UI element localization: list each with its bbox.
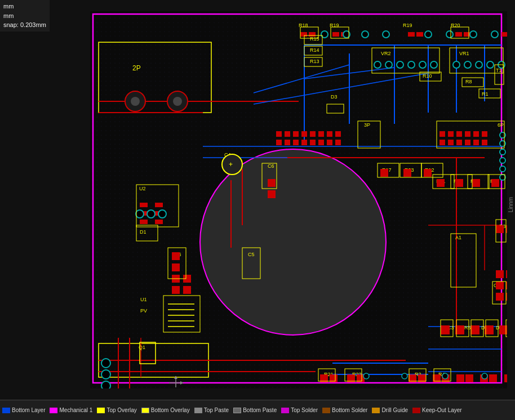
svg-rect-101 bbox=[496, 270, 504, 278]
svg-text:A1: A1 bbox=[455, 235, 461, 240]
legend-mechanical1[interactable]: Mechanical 1 bbox=[50, 407, 92, 413]
top-overlay-color bbox=[97, 408, 105, 413]
svg-rect-153 bbox=[327, 140, 332, 145]
legend-top-solder[interactable]: Top Solder bbox=[281, 407, 318, 413]
svg-text:R10: R10 bbox=[423, 73, 432, 79]
svg-rect-152 bbox=[318, 140, 324, 145]
bottom-overlay-color bbox=[141, 408, 149, 413]
svg-rect-166 bbox=[482, 140, 487, 145]
svg-text:C6: C6 bbox=[268, 163, 274, 169]
svg-point-173 bbox=[470, 31, 477, 38]
svg-rect-155 bbox=[439, 131, 445, 137]
mechanical1-label: Mechanical 1 bbox=[59, 407, 92, 413]
svg-rect-98 bbox=[491, 179, 499, 187]
drill-guide-label: Drill Guide bbox=[381, 407, 408, 413]
svg-text:R1: R1 bbox=[482, 91, 489, 97]
svg-rect-107 bbox=[441, 325, 450, 334]
snap-info: snap: 0.203mm bbox=[3, 20, 46, 30]
svg-point-178 bbox=[408, 61, 415, 68]
svg-rect-109 bbox=[470, 325, 480, 334]
svg-text:C5: C5 bbox=[248, 252, 255, 257]
svg-rect-140 bbox=[285, 131, 290, 137]
top-overlay-label: Top Overlay bbox=[106, 407, 136, 413]
pcb-area[interactable]: mm mm snap: 0.203mm 2P bbox=[0, 0, 515, 400]
svg-rect-163 bbox=[456, 140, 462, 145]
svg-point-190 bbox=[101, 370, 110, 379]
svg-rect-159 bbox=[473, 131, 479, 137]
pcb-svg[interactable]: 2P bbox=[90, 11, 507, 388]
svg-point-189 bbox=[101, 359, 110, 368]
svg-rect-103 bbox=[496, 282, 504, 289]
svg-text:R5: R5 bbox=[464, 325, 471, 330]
top-paste-label: Top Paste bbox=[204, 407, 229, 413]
svg-text:R19: R19 bbox=[403, 23, 412, 28]
svg-rect-84 bbox=[309, 32, 316, 37]
bottom-overlay-label: Bottom Overlay bbox=[151, 407, 190, 413]
svg-point-179 bbox=[419, 61, 426, 68]
legend-keep-out[interactable]: Keep-Out Layer bbox=[412, 407, 462, 413]
svg-point-172 bbox=[446, 31, 453, 38]
svg-point-182 bbox=[464, 61, 471, 68]
svg-point-175 bbox=[374, 61, 381, 68]
svg-rect-93 bbox=[403, 169, 411, 177]
mechanical1-color bbox=[50, 408, 57, 413]
svg-rect-97 bbox=[472, 179, 480, 187]
svg-rect-154 bbox=[335, 140, 341, 145]
svg-text:U2: U2 bbox=[139, 186, 146, 191]
svg-rect-149 bbox=[293, 140, 299, 145]
svg-text:D1: D1 bbox=[140, 229, 146, 235]
svg-text:D3: D3 bbox=[331, 94, 338, 100]
svg-point-202 bbox=[500, 166, 505, 172]
svg-rect-160 bbox=[482, 131, 487, 137]
svg-rect-139 bbox=[276, 131, 282, 137]
top-solder-label: Top Solder bbox=[291, 407, 318, 413]
svg-rect-121 bbox=[465, 374, 473, 382]
legend-bottom-overlay[interactable]: Bottom Overlay bbox=[141, 407, 190, 413]
svg-point-207 bbox=[482, 373, 487, 379]
svg-rect-138 bbox=[268, 190, 276, 198]
svg-point-177 bbox=[397, 61, 403, 68]
legend-bottom-layer[interactable]: Bottom Layer bbox=[2, 407, 45, 413]
svg-point-187 bbox=[147, 210, 155, 218]
top-paste-color bbox=[194, 408, 202, 413]
svg-text:PV: PV bbox=[140, 308, 147, 314]
svg-rect-134 bbox=[155, 203, 163, 207]
svg-rect-144 bbox=[318, 131, 324, 137]
svg-text:+: + bbox=[229, 160, 233, 168]
svg-rect-83 bbox=[300, 32, 307, 37]
svg-rect-143 bbox=[310, 131, 316, 137]
svg-rect-88 bbox=[416, 32, 423, 37]
legend-bottom-paste[interactable]: Bottom Paste bbox=[233, 407, 277, 413]
svg-point-6 bbox=[200, 149, 386, 335]
svg-rect-146 bbox=[335, 131, 341, 137]
svg-text:2P: 2P bbox=[132, 64, 141, 72]
svg-rect-126 bbox=[172, 263, 180, 271]
svg-point-176 bbox=[385, 61, 392, 68]
coord-x: mm bbox=[3, 2, 46, 11]
info-panel: mm mm snap: 0.203mm bbox=[0, 0, 50, 32]
svg-rect-85 bbox=[332, 32, 339, 37]
svg-point-191 bbox=[101, 381, 110, 388]
svg-text:3P: 3P bbox=[364, 122, 370, 128]
svg-point-183 bbox=[476, 61, 482, 68]
svg-rect-87 bbox=[408, 32, 415, 37]
svg-rect-151 bbox=[310, 140, 316, 145]
svg-point-169 bbox=[362, 31, 369, 38]
svg-point-201 bbox=[500, 158, 505, 163]
svg-rect-142 bbox=[301, 131, 307, 137]
legend-top-paste[interactable]: Top Paste bbox=[194, 407, 229, 413]
svg-rect-94 bbox=[424, 169, 432, 177]
svg-text:R14: R14 bbox=[310, 47, 319, 53]
svg-point-174 bbox=[491, 31, 498, 38]
legend-top-overlay[interactable]: Top Overlay bbox=[97, 407, 136, 413]
svg-rect-105 bbox=[496, 293, 504, 301]
legend-drill-guide[interactable]: Drill Guide bbox=[372, 407, 408, 413]
svg-point-204 bbox=[363, 373, 369, 379]
svg-rect-141 bbox=[293, 131, 299, 137]
right-edge-label: Linnm bbox=[508, 197, 514, 212]
legend-bottom-solder[interactable]: Bottom Solder bbox=[322, 407, 367, 413]
svg-text:R15: R15 bbox=[310, 36, 319, 42]
svg-point-205 bbox=[402, 373, 407, 379]
svg-rect-130 bbox=[183, 286, 191, 294]
svg-rect-123 bbox=[489, 374, 497, 382]
